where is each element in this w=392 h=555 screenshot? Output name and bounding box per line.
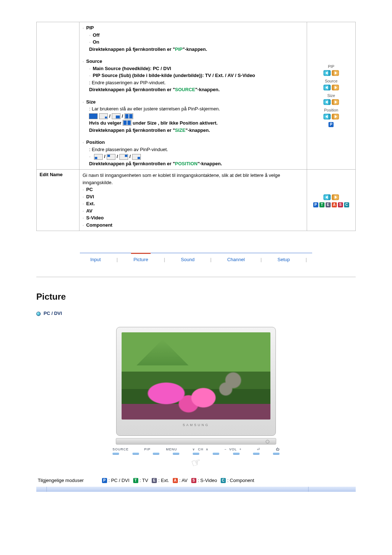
item-pc: PC (86, 187, 93, 192)
tab-channel[interactable]: Channel (222, 257, 250, 262)
badge-p-icon: P (313, 202, 318, 207)
badge-p-icon: P (102, 478, 107, 483)
item-dvi: DVI (86, 194, 94, 199)
pos-icon-bl (94, 154, 103, 160)
pip-on: On (93, 39, 99, 45)
pip-title: PIP (86, 25, 94, 31)
nav-next-icon (332, 70, 339, 76)
ctrl-pip: PIP (144, 447, 151, 451)
size-desc: : Lar brukeren slå av eller justere stør… (89, 105, 303, 113)
row1-desc-cell: ▫PIP ▫Off ▫On Direkteknappen på fjernkon… (79, 22, 307, 170)
item-comp: Component (86, 222, 112, 228)
hand-icon: ☞ (184, 454, 208, 471)
pip-direct-pre: Direkteknappen på fjernkontrollen er " (89, 46, 175, 52)
side-source-label: Source (310, 79, 352, 83)
source-desc: : Endre plasseringen av PIP-vinduet. (89, 79, 303, 86)
pip-off: Off (93, 32, 99, 38)
position-direct-pre: Direkteknappen på fjernkontrollen er " (89, 161, 175, 166)
size-icon-small (99, 113, 108, 119)
badge-e-icon: E (326, 202, 331, 207)
position-desc: : Endre plasseringen av PinP-vinduet. (89, 146, 303, 153)
section-title: Picture (36, 292, 356, 302)
sub-section-pc-dvi: PC / DVI (36, 311, 356, 316)
nav-prev-icon (323, 85, 331, 90)
tab-sound[interactable]: Sound (176, 257, 200, 262)
pip-direct-post: "-knappen. (183, 46, 207, 52)
osd-menu-table: ▫PIP ▫Off ▫On Direkteknappen på fjernkon… (36, 22, 356, 231)
badge-t-icon: T (319, 202, 324, 207)
nav-next-icon (332, 99, 339, 105)
monitor-illustration: SAMSUNG SOURCE PIP MENU ∨ CH ∧ − VOL + ⏎… (102, 327, 290, 469)
source-title: Source (86, 58, 102, 64)
section-header-bar (36, 487, 356, 492)
monitor-stand (116, 438, 276, 445)
size-warn-post: under Size , blir ikke Position aktivert… (131, 120, 218, 126)
sub-section-label: PC / DVI (44, 311, 62, 316)
side-pip-label: PIP (310, 64, 352, 69)
row1-side-cell: PIP Source Size Position P (307, 22, 355, 170)
position-title: Position (86, 139, 105, 145)
mode-e: : Ext. (158, 478, 169, 483)
modes-label: Tilgjengelige moduser (38, 478, 84, 483)
badge-a-icon: A (332, 202, 337, 207)
monitor-bezel: SAMSUNG (116, 327, 276, 436)
ctrl-ch: CH (198, 447, 203, 451)
source-direct-key: SOURCE (175, 87, 195, 92)
ctrl-vol-minus: − (224, 447, 226, 451)
edit-name-desc: Gi navn til inngangsenheten som er koble… (82, 172, 303, 186)
row1-name-cell (37, 22, 79, 170)
pos-icon-tl (107, 154, 115, 160)
size-title: Size (86, 99, 95, 105)
nav-prev-icon (323, 114, 331, 119)
ctrl-source: SOURCE (113, 447, 129, 451)
badge-p-icon: P (328, 122, 334, 127)
tab-input[interactable]: Input (85, 257, 106, 262)
position-direct-post: "-knappen. (197, 161, 222, 166)
nav-prev-icon (323, 194, 331, 200)
side-size-label: Size (310, 93, 352, 98)
pos-icon-tr (119, 154, 128, 160)
monitor-screen (122, 332, 270, 420)
row2-side-cell: P T E A S C (307, 170, 355, 231)
monitor-controls: SOURCE PIP MENU ∨ CH ∧ − VOL + ⏎ ⏻ (109, 447, 283, 451)
mode-a: : AV (179, 478, 188, 483)
source-main: Main Source (hovedkilde): PC / DVI (93, 66, 171, 71)
item-ext: Ext. (86, 201, 95, 206)
badge-s-icon: S (338, 202, 343, 207)
item-sv: S-Video (86, 215, 103, 220)
separator (36, 277, 356, 277)
size-warn-pre: Hvis du velger (89, 120, 122, 126)
mode-t: : TV (140, 478, 148, 483)
edit-name-label: Edit Name (37, 170, 79, 231)
available-modes-row: Tilgjengelige moduser P: PC / DVI T: TV … (36, 478, 356, 485)
size-warn-icon (123, 120, 131, 126)
mode-p: : PC / DVI (109, 478, 130, 483)
nav-next-icon (332, 85, 339, 90)
tab-setup[interactable]: Setup (273, 257, 295, 262)
menu-tabs: Input| Picture| Sound| Channel| Setup| (80, 253, 312, 266)
row2-desc-cell: Gi navn til inngangsenheten som er koble… (79, 170, 307, 231)
ctrl-vol-plus: + (239, 447, 241, 451)
monitor-button-lights (109, 453, 283, 455)
size-icon-full (89, 113, 98, 119)
ctrl-ch-down: ∨ (192, 447, 195, 451)
tab-picture[interactable]: Picture (128, 257, 153, 262)
nav-prev-icon (323, 70, 331, 76)
badge-c-icon: C (221, 478, 226, 483)
badge-t-icon: T (133, 478, 138, 483)
dot-icon (36, 312, 41, 316)
item-av: AV (86, 208, 92, 214)
monitor-brand: SAMSUNG (122, 423, 270, 427)
source-direct-post: "-knappen. (195, 87, 220, 92)
badge-c-icon: C (344, 202, 349, 207)
nav-next-icon (332, 194, 339, 200)
size-direct-key: SIZE (175, 127, 185, 133)
badge-e-icon: E (152, 478, 157, 483)
badge-s-icon: S (191, 478, 196, 483)
source-direct-pre: Direkteknappen på fjernkontrollen er " (89, 87, 175, 92)
ctrl-power: ⏻ (276, 447, 279, 451)
ctrl-ch-up: ∧ (206, 447, 209, 451)
size-icon-dual (124, 113, 133, 119)
size-direct-pre: Direkteknappen på fjernkontrollen er " (89, 127, 175, 133)
nav-prev-icon (323, 99, 331, 105)
